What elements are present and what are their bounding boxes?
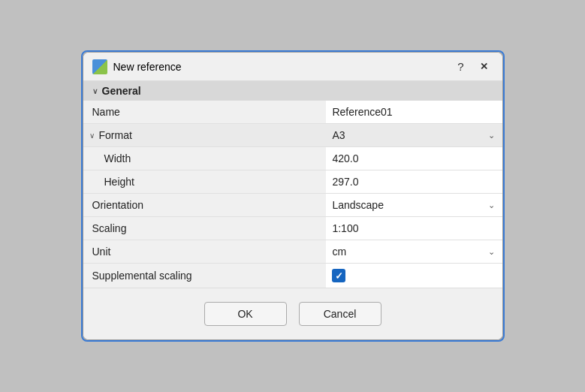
format-label-cell: ∨ Format: [83, 124, 327, 147]
format-label: Format: [99, 129, 132, 141]
orientation-label: Orientation: [83, 194, 327, 217]
height-value: 297.0: [326, 170, 364, 193]
width-value-cell: 420.0: [326, 147, 502, 170]
dialog: New reference ? ✕ ∨ General Name Referen…: [81, 50, 505, 342]
unit-dropdown-arrow[interactable]: ⌄: [481, 242, 502, 262]
orientation-row: Orientation Landscape ⌄: [83, 194, 502, 217]
unit-value-cell[interactable]: cm ⌄: [326, 240, 502, 264]
cancel-button[interactable]: Cancel: [299, 302, 381, 326]
name-value: Reference01: [326, 101, 398, 123]
general-chevron: ∨: [92, 87, 98, 95]
height-label: Height: [83, 170, 327, 194]
supplemental-scaling-cell[interactable]: [326, 264, 502, 288]
help-button[interactable]: ?: [453, 59, 468, 74]
unit-row: Unit cm ⌄: [83, 240, 502, 264]
name-value-cell: Reference01: [326, 101, 502, 124]
format-dropdown-arrow[interactable]: ⌄: [481, 125, 502, 146]
general-section-header[interactable]: ∨ General: [83, 81, 502, 101]
name-label: Name: [83, 101, 327, 124]
width-value: 420.0: [326, 147, 364, 170]
scaling-label: Scaling: [83, 217, 327, 240]
height-row: Height 297.0: [83, 170, 502, 194]
unit-value: cm: [326, 240, 480, 263]
dialog-content: ∨ General Name Reference01 ∨ Format: [83, 81, 502, 288]
close-button[interactable]: ✕: [475, 59, 493, 74]
supplemental-scaling-row: Supplemental scaling: [83, 264, 502, 288]
width-label: Width: [83, 147, 327, 170]
orientation-dropdown-arrow[interactable]: ⌄: [481, 195, 502, 216]
orientation-value: Landscape: [326, 194, 480, 216]
scaling-value-cell: 1:100: [326, 217, 502, 240]
dialog-footer: OK Cancel: [83, 288, 502, 339]
format-chevron: ∨: [89, 131, 95, 140]
dialog-icon: [92, 59, 107, 74]
titlebar: New reference ? ✕: [83, 53, 502, 81]
unit-label: Unit: [83, 240, 327, 264]
ok-button[interactable]: OK: [204, 302, 287, 326]
name-row: Name Reference01: [83, 101, 502, 124]
general-label: General: [102, 85, 141, 97]
width-row: Width 420.0: [83, 147, 502, 170]
height-value-cell: 297.0: [326, 170, 502, 194]
properties-table: Name Reference01 ∨ Format: [83, 101, 502, 288]
format-row: ∨ Format A3 ⌄: [83, 124, 502, 147]
supplemental-scaling-checkbox[interactable]: [332, 269, 345, 282]
dialog-title: New reference: [113, 61, 448, 73]
supplemental-scaling-label: Supplemental scaling: [83, 264, 327, 288]
format-value: A3: [326, 124, 480, 146]
orientation-value-cell[interactable]: Landscape ⌄: [326, 194, 502, 217]
scaling-row: Scaling 1:100: [83, 217, 502, 240]
scaling-value: 1:100: [326, 217, 364, 240]
format-value-cell[interactable]: A3 ⌄: [326, 124, 502, 147]
